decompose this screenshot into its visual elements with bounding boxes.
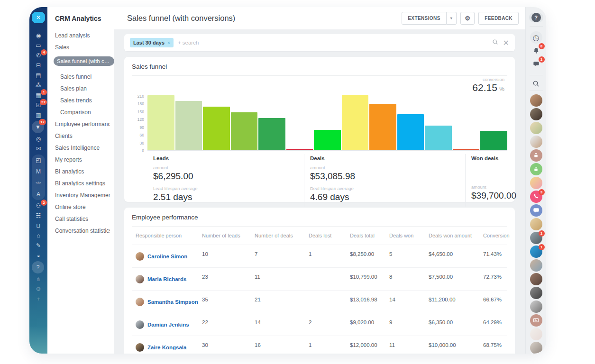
person-name-link[interactable]: Samantha Simpson [147,299,198,305]
sidebar-item-sales-intelligence[interactable]: Sales Intelligence [55,145,110,151]
sidebar-item-employee-performance[interactable]: Employee performance [55,121,110,127]
person-name-link[interactable]: Maria Richards [147,276,186,282]
developer-icon[interactable]: </> [32,177,45,189]
funnel-stage-bar[interactable] [258,118,285,150]
sidebar-item-call-statistics[interactable]: Call statistics [55,216,110,222]
user-avatar[interactable] [530,273,542,285]
person-name-link[interactable]: Zaire Kongsala [147,345,186,350]
sidebar-item-sales[interactable]: Sales [55,45,110,50]
user-avatar[interactable] [530,300,542,313]
user-avatar[interactable] [530,136,542,148]
rail-help-icon[interactable]: ? [32,261,44,273]
drive-icon[interactable]: ◰ [32,155,45,166]
sidebar-item-clients[interactable]: Clients [55,133,110,139]
user-avatar[interactable] [530,122,542,134]
content: Last 30 days × + search ✕ Sales funnel c… [114,29,525,354]
sidebar-item-comparison[interactable]: Comparison [55,109,110,115]
sidebar-item-lead-analysis[interactable]: Lead analysis [55,33,110,38]
documents-icon[interactable]: ▤ [32,71,45,80]
user-avatar[interactable]: 1 [530,246,542,258]
private-chat-lock-icon[interactable] [530,149,542,162]
user-avatar[interactable] [530,342,542,354]
helpdesk-button[interactable]: ? [529,13,543,22]
sidebar-item-inventory-management[interactable]: Inventory Management [55,192,110,198]
sites-icon[interactable]: M [32,166,45,177]
extensions-button[interactable]: EXTENSIONS [402,12,446,25]
search-icon[interactable] [492,38,498,47]
y-axis-tick: 30 [140,141,144,146]
funnel-stage-bar[interactable] [369,104,396,150]
funnel-stage-bar[interactable] [147,95,174,150]
crm-funnel-icon[interactable]: ▼17 [32,121,44,133]
private-chat-lock-icon[interactable] [530,163,542,175]
marketing-target-icon[interactable]: ◎ [32,135,45,143]
calendar-icon[interactable]: ▦1 [32,91,45,100]
funnel-stage-bar[interactable] [314,130,341,150]
chat-messages-icon[interactable]: 1 [530,58,542,70]
clear-filter-icon[interactable]: ✕ [503,38,509,47]
funnel-stage-bar[interactable] [203,107,230,150]
sidebar-item-sales-trends[interactable]: Sales trends [55,98,110,103]
user-avatar[interactable] [530,108,542,120]
store-icon[interactable]: ⌂ [32,231,45,240]
sidebar-item-bi-analytics[interactable]: BI analytics [55,169,110,174]
e-sign-icon[interactable]: ✎ [32,241,45,250]
workgroups-icon[interactable]: ⁂ [32,81,45,90]
funnel-stage-bar[interactable] [342,95,369,150]
channel-chat-icon[interactable] [530,204,542,217]
notifications-bell-icon[interactable]: 8 [530,45,542,57]
sidebar-item-bi-analytics-settings[interactable]: BI analytics settings [55,181,110,186]
close-sidebar-button[interactable]: ✕ [32,12,45,23]
chip-close-icon[interactable]: × [167,40,170,46]
feedback-button[interactable]: FEEDBACK [478,12,519,25]
live-feed-icon[interactable]: ◉ [32,31,45,40]
tasks-icon[interactable]: ☑27 [32,101,45,109]
group-chat-avatar[interactable] [530,177,542,189]
copilot-robot-icon[interactable]: ⚇2 [32,201,45,210]
sticker-avatar[interactable] [530,328,542,340]
automation-icon[interactable]: A [32,189,45,200]
person-name-link[interactable]: Caroline Simon [147,254,187,259]
updates-icon[interactable]: ◒ [32,251,45,260]
funnel-stage-bar[interactable] [425,126,452,150]
shopping-cart-icon[interactable]: ⊔ [32,221,45,230]
user-avatar[interactable] [530,287,542,299]
sidebar-item-my-reports[interactable]: My reports [55,157,110,163]
user-avatar[interactable] [530,259,542,272]
mail-icon[interactable]: ✉ [32,145,45,153]
history-icon[interactable]: ◷ [530,31,542,44]
user-avatar[interactable] [530,94,542,107]
disk-icon[interactable]: ⊟ [32,61,45,70]
desktop-app-icon[interactable]: ▭ [32,41,45,50]
chart-y-axis: 0306090120150180210 [132,93,147,151]
settings-sliders-icon[interactable]: ☵ [32,211,45,220]
person-name-link[interactable]: Damian Jenkins [147,322,189,328]
filter-chip-last-30-days[interactable]: Last 30 days × [130,38,174,47]
user-avatar[interactable] [530,218,542,230]
funnel-stage-bar[interactable] [453,149,480,150]
search-input[interactable]: + search [178,40,492,46]
responsible-person-cell: Samantha Simpson [132,291,198,313]
sidebar-item-online-store[interactable]: Online store [55,204,110,210]
funnel-stage-bar[interactable] [480,131,507,150]
contacts-icon[interactable]: ▥ [32,111,45,119]
extensions-dropdown-button[interactable]: ▾ [447,12,457,25]
messenger-icon[interactable]: ✆4 [32,51,45,60]
contact-card-icon[interactable] [530,314,542,327]
funnel-stage-bar[interactable] [175,101,202,150]
search-icon[interactable] [530,80,542,87]
sidebar-item-sales-funnel-with-con[interactable]: Sales funnel (with con... [54,56,114,66]
add-icon[interactable]: + [32,295,45,303]
user-avatar[interactable]: 1 [530,232,542,244]
rail-settings-icon[interactable]: ⚙ [32,285,45,293]
filter-bar[interactable]: Last 30 days × + search ✕ [124,34,515,51]
sidebar-item-conversation-statistics[interactable]: Conversation statistics [55,228,110,234]
funnel-stage-bar[interactable] [397,114,424,150]
funnel-stage-bar[interactable] [286,149,313,150]
structure-icon[interactable]: ⋔ [32,275,45,283]
calls-phone-icon[interactable]: 3 [530,191,542,203]
settings-button[interactable]: ⚙ [460,12,475,25]
sidebar-item-sales-plan[interactable]: Sales plan [55,86,110,91]
funnel-stage-bar[interactable] [231,112,258,150]
sidebar-item-sales-funnel[interactable]: Sales funnel [55,74,110,80]
